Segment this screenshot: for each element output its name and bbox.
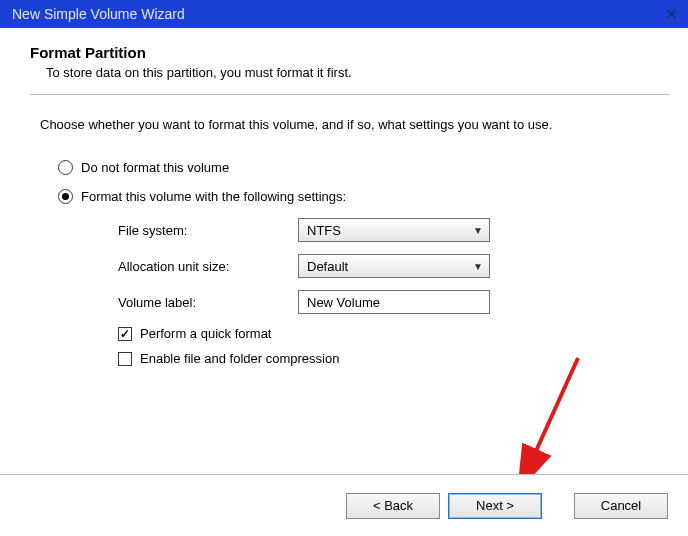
allocation-select[interactable]: Default ▼	[298, 254, 490, 278]
wizard-content: Format Partition To store data on this p…	[0, 28, 688, 366]
divider	[30, 94, 670, 95]
chevron-down-icon: ▼	[473, 261, 483, 272]
cancel-button-label: Cancel	[601, 498, 641, 513]
radio-icon	[58, 160, 73, 175]
volume-label-row: Volume label: New Volume	[118, 290, 670, 314]
next-button[interactable]: Next >	[448, 493, 542, 519]
header-section: Format Partition To store data on this p…	[30, 44, 670, 80]
cancel-button[interactable]: Cancel	[574, 493, 668, 519]
titlebar: New Simple Volume Wizard ✕	[0, 0, 688, 28]
volume-label-input[interactable]: New Volume	[298, 290, 490, 314]
page-subtitle: To store data on this partition, you mus…	[46, 65, 670, 80]
allocation-row: Allocation unit size: Default ▼	[118, 254, 670, 278]
button-bar: < Back Next > Cancel	[0, 474, 688, 536]
compression-label: Enable file and folder compression	[140, 351, 339, 366]
chevron-down-icon: ▼	[473, 225, 483, 236]
radio-no-format[interactable]: Do not format this volume	[58, 160, 670, 175]
allocation-label: Allocation unit size:	[118, 259, 298, 274]
radio-format[interactable]: Format this volume with the following se…	[58, 189, 670, 204]
radio-icon	[58, 189, 73, 204]
page-title: Format Partition	[30, 44, 670, 61]
filesystem-row: File system: NTFS ▼	[118, 218, 670, 242]
quick-format-label: Perform a quick format	[140, 326, 272, 341]
instruction-text: Choose whether you want to format this v…	[40, 117, 670, 132]
radio-format-label: Format this volume with the following se…	[81, 189, 346, 204]
allocation-value: Default	[307, 259, 348, 274]
window-title: New Simple Volume Wizard	[12, 6, 185, 22]
checkbox-icon	[118, 327, 132, 341]
volume-label-value: New Volume	[307, 295, 380, 310]
filesystem-label: File system:	[118, 223, 298, 238]
quick-format-check[interactable]: Perform a quick format	[118, 326, 670, 341]
checkbox-icon	[118, 352, 132, 366]
svg-line-1	[522, 358, 578, 482]
format-settings: File system: NTFS ▼ Allocation unit size…	[118, 218, 670, 366]
back-button-label: < Back	[373, 498, 413, 513]
filesystem-select[interactable]: NTFS ▼	[298, 218, 490, 242]
radio-no-format-label: Do not format this volume	[81, 160, 229, 175]
filesystem-value: NTFS	[307, 223, 341, 238]
volume-label-label: Volume label:	[118, 295, 298, 310]
format-options-group: Do not format this volume Format this vo…	[58, 160, 670, 366]
next-button-label: Next >	[476, 498, 514, 513]
back-button[interactable]: < Back	[346, 493, 440, 519]
close-icon[interactable]: ✕	[665, 5, 678, 24]
compression-check[interactable]: Enable file and folder compression	[118, 351, 670, 366]
